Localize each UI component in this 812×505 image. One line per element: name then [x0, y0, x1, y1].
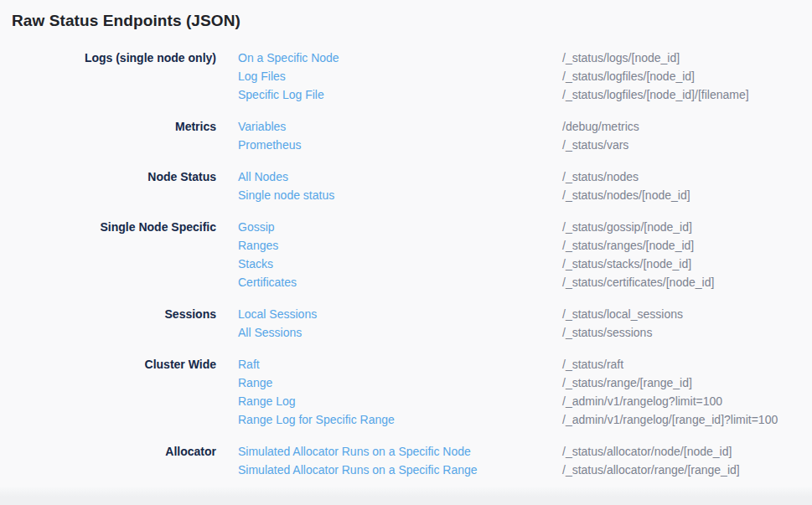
category-label: Single Node Specific [12, 218, 216, 236]
links-column: VariablesPrometheus [238, 117, 540, 154]
endpoint-link[interactable]: Variables [238, 117, 286, 136]
endpoint-link[interactable]: Specific Log File [238, 85, 324, 104]
paths-column: /_status/raft/_status/range/[range_id]/_… [562, 355, 800, 429]
endpoint-path: /_status/allocator/node/[node_id] [562, 442, 800, 461]
endpoint-path: /_status/raft [562, 355, 800, 374]
endpoint-link[interactable]: Gossip [238, 218, 275, 236]
endpoint-section: Single Node Specific GossipRangesStacksC… [12, 218, 800, 291]
endpoint-path: /_status/nodes [562, 167, 800, 186]
endpoint-link[interactable]: All Sessions [238, 323, 302, 342]
endpoint-path: /_status/logfiles/[node_id]/[filename] [562, 85, 800, 104]
links-column: RaftRangeRange LogRange Log for Specific… [238, 355, 540, 429]
endpoint-section: Metrics VariablesPrometheus /debug/metri… [12, 117, 800, 154]
endpoint-path: /_status/nodes/[node_id] [562, 186, 800, 204]
endpoint-link[interactable]: Simulated Allocator Runs on a Specific N… [238, 442, 471, 461]
endpoint-link[interactable]: Ranges [238, 236, 278, 255]
paths-column: /_status/local_sessions/_status/sessions [562, 305, 800, 342]
category-label: Cluster Wide [12, 355, 216, 374]
endpoint-path: /_status/allocator/range/[range_id] [562, 461, 800, 479]
endpoint-link[interactable]: All Nodes [238, 167, 288, 186]
endpoint-link[interactable]: Simulated Allocator Runs on a Specific R… [238, 461, 478, 479]
endpoint-section: Logs (single node only) On a Specific No… [12, 49, 800, 104]
links-column: Local SessionsAll Sessions [238, 305, 540, 342]
endpoint-link[interactable]: Range [238, 374, 272, 392]
endpoint-path: /_admin/v1/rangelog/[range_id]?limit=100 [562, 410, 800, 429]
paths-column: /_status/allocator/node/[node_id]/_statu… [562, 442, 800, 479]
endpoint-path: /_status/stacks/[node_id] [562, 255, 800, 273]
endpoint-link[interactable]: Certificates [238, 273, 297, 291]
endpoint-path: /_status/logs/[node_id] [562, 49, 800, 67]
endpoint-link[interactable]: Range Log for Specific Range [238, 410, 395, 429]
links-column: All NodesSingle node status [238, 167, 540, 204]
category-label: Logs (single node only) [12, 49, 216, 67]
endpoint-section: Allocator Simulated Allocator Runs on a … [12, 442, 800, 479]
links-column: On a Specific NodeLog FilesSpecific Log … [238, 49, 540, 104]
endpoint-link[interactable]: Single node status [238, 186, 334, 204]
endpoint-link[interactable]: Prometheus [238, 136, 301, 154]
footer-band [0, 487, 812, 505]
endpoint-link[interactable]: Raft [238, 355, 260, 374]
category-label: Metrics [12, 117, 216, 136]
paths-column: /_status/logs/[node_id]/_status/logfiles… [562, 49, 800, 104]
category-label: Node Status [12, 167, 216, 186]
endpoint-link[interactable]: Stacks [238, 255, 273, 273]
endpoint-path: /_status/sessions [562, 323, 800, 342]
category-label: Sessions [12, 305, 216, 323]
endpoint-link[interactable]: Range Log [238, 392, 296, 410]
endpoint-sections: Logs (single node only) On a Specific No… [12, 49, 800, 479]
endpoint-path: /_status/gossip/[node_id] [562, 218, 800, 236]
endpoint-section: Cluster Wide RaftRangeRange LogRange Log… [12, 355, 800, 429]
endpoint-path: /_status/vars [562, 136, 800, 154]
endpoint-link[interactable]: Log Files [238, 67, 286, 85]
endpoint-path: /_admin/v1/rangelog?limit=100 [562, 392, 800, 410]
endpoint-section: Sessions Local SessionsAll Sessions /_st… [12, 305, 800, 342]
raw-status-endpoints-page: Raw Status Endpoints (JSON) Logs (single… [0, 0, 812, 505]
endpoint-path: /_status/ranges/[node_id] [562, 236, 800, 255]
endpoint-path: /_status/range/[range_id] [562, 374, 800, 392]
links-column: Simulated Allocator Runs on a Specific N… [238, 442, 540, 479]
paths-column: /debug/metrics/_status/vars [562, 117, 800, 154]
endpoint-link[interactable]: Local Sessions [238, 305, 317, 323]
category-label: Allocator [12, 442, 216, 461]
paths-column: /_status/gossip/[node_id]/_status/ranges… [562, 218, 800, 291]
links-column: GossipRangesStacksCertificates [238, 218, 540, 291]
endpoint-section: Node Status All NodesSingle node status … [12, 167, 800, 204]
endpoint-path: /_status/local_sessions [562, 305, 800, 323]
page-title: Raw Status Endpoints (JSON) [12, 11, 800, 31]
endpoint-path: /_status/certificates/[node_id] [562, 273, 800, 291]
endpoint-path: /_status/logfiles/[node_id] [562, 67, 800, 85]
paths-column: /_status/nodes/_status/nodes/[node_id] [562, 167, 800, 204]
endpoint-link[interactable]: On a Specific Node [238, 49, 339, 67]
endpoint-path: /debug/metrics [562, 117, 800, 136]
